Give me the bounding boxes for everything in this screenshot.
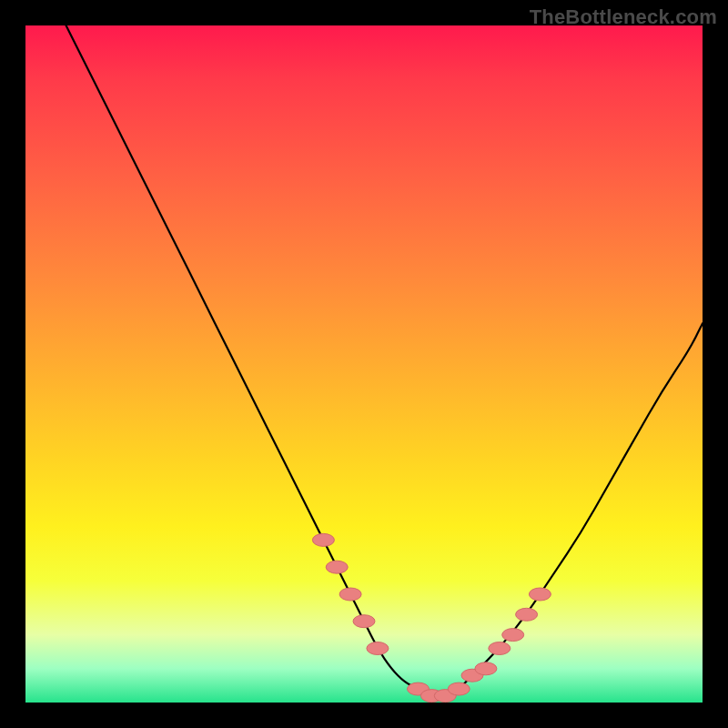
marker-point (326, 561, 348, 573)
marker-point (502, 629, 524, 642)
marker-point (312, 533, 334, 546)
chart-frame: TheBottleneck.com (0, 0, 728, 728)
marker-point (489, 642, 511, 655)
marker-point (448, 682, 470, 695)
chart-svg (25, 25, 703, 703)
marker-point (475, 662, 497, 675)
marker-point (367, 642, 389, 655)
plot-area (25, 25, 703, 703)
bottleneck-curve (66, 25, 703, 696)
marker-point (529, 588, 551, 601)
highlighted-points (312, 533, 551, 702)
marker-point (516, 608, 538, 621)
marker-point (353, 615, 375, 628)
marker-point (339, 588, 361, 601)
